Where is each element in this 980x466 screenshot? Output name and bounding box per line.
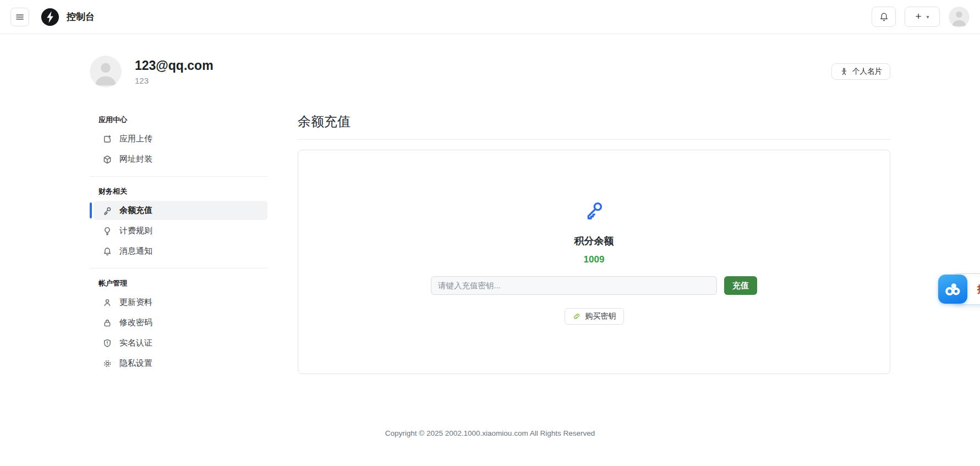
sidebar-item-update-profile[interactable]: 更新资料: [94, 293, 267, 312]
lock-icon: [102, 318, 112, 328]
sidebar-item-url-packaging[interactable]: 网址封装: [94, 150, 267, 169]
sidebar-item-label: 修改密码: [119, 317, 152, 328]
sidebar-divider: [90, 176, 267, 177]
lightning-bolt-logo: [41, 8, 59, 26]
sidebar-item-notifications[interactable]: 消息通知: [94, 242, 267, 261]
header-user-avatar[interactable]: [949, 7, 970, 28]
bell-icon: [102, 246, 112, 256]
caret-down-icon: ▾: [927, 14, 929, 20]
points-balance-label: 积分余额: [574, 234, 614, 248]
sidebar-item-label: 应用上传: [119, 134, 152, 144]
lightbulb-icon: [102, 226, 112, 236]
copyright-footer: Copyright © 2025 2002.1000.xiaomiou.com …: [0, 429, 980, 437]
notifications-button[interactable]: [872, 7, 896, 27]
key-icon: [102, 206, 112, 216]
profile-username: 123: [135, 76, 213, 85]
sidebar-section-finance: 财务相关: [90, 184, 267, 200]
recharge-input-row: 充值: [431, 276, 757, 295]
sidebar-nav: 应用中心 应用上传 网址封装 财务相关 余额充值: [90, 113, 267, 374]
sidebar-section-account: 帐户管理: [90, 276, 267, 292]
sidebar-item-label: 消息通知: [119, 246, 152, 256]
points-balance-value: 1009: [584, 254, 605, 265]
sidebar-item-change-password[interactable]: 修改密码: [94, 313, 267, 332]
recharge-key-input[interactable]: [431, 276, 717, 295]
sidebar-item-privacy-settings[interactable]: 隐私设置: [94, 354, 267, 373]
sidebar-item-balance-recharge[interactable]: 余额充值: [94, 201, 267, 220]
plus-icon: +: [915, 11, 921, 21]
sidebar-item-label: 更新资料: [119, 297, 152, 308]
sidebar-item-label: 实名认证: [119, 338, 152, 348]
sidebar-item-label: 余额充值: [119, 205, 152, 216]
sidebar-item-real-name-verification[interactable]: 实名认证: [94, 333, 267, 353]
buy-key-button[interactable]: 购买密钥: [565, 308, 624, 325]
personal-card-label: 个人名片: [852, 67, 882, 76]
profile-info: 123@qq.com 123: [135, 58, 213, 85]
sidebar-item-app-upload[interactable]: 应用上传: [94, 129, 267, 149]
sidebar-divider: [90, 268, 267, 268]
sidebar-item-label: 隐私设置: [119, 358, 152, 369]
content-wrapper: 123@qq.com 123 个人名片 应用中心 应用上传: [90, 56, 890, 374]
hamburger-menu-button[interactable]: [10, 8, 29, 26]
baidu-cloud-icon[interactable]: [938, 275, 967, 304]
profile-avatar: [90, 56, 122, 87]
create-new-button[interactable]: + ▾: [905, 7, 940, 27]
key-icon: [583, 199, 605, 221]
package-box-icon: [102, 155, 112, 165]
page-title: 控制台: [67, 10, 95, 23]
sidebar-item-label: 计费规则: [119, 226, 152, 236]
recharge-card: 积分余额 1009 充值 购买密钥: [298, 150, 890, 374]
sidebar-item-billing-rules[interactable]: 计费规则: [94, 221, 267, 240]
sidebar-section-app-center: 应用中心: [90, 113, 267, 128]
balance-recharge-heading: 余额充值: [298, 113, 890, 140]
profile-header: 123@qq.com 123 个人名片: [90, 56, 890, 87]
gear-icon: [102, 359, 112, 369]
top-header: 控制台 + ▾: [0, 0, 980, 34]
shield-icon: [102, 338, 112, 348]
hamburger-icon: [15, 12, 25, 22]
netdisk-widget-partial-text: 拖: [977, 283, 980, 296]
buy-key-label: 购买密钥: [585, 311, 616, 321]
person-card-icon: [840, 67, 848, 76]
main-panel: 余额充值 积分余额 1009 充值 购买密钥: [298, 113, 890, 374]
bell-icon: [879, 12, 889, 22]
profile-email: 123@qq.com: [135, 58, 213, 73]
upload-icon: [102, 134, 112, 144]
personal-card-button[interactable]: 个人名片: [831, 63, 890, 80]
recharge-button[interactable]: 充值: [724, 276, 757, 295]
user-icon: [102, 298, 112, 308]
sidebar-item-label: 网址封装: [119, 154, 152, 165]
link-icon: [572, 312, 581, 321]
